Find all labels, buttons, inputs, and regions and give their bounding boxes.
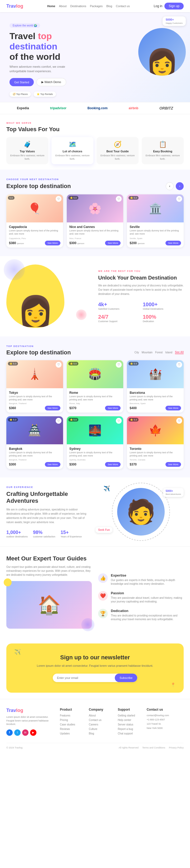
footer-product-reviews[interactable]: Reviews bbox=[60, 727, 85, 731]
dest-rating-sydney: ⭐ 5.0 bbox=[68, 418, 78, 422]
footer-product-features[interactable]: Features bbox=[60, 714, 85, 717]
guides-content: Meet Our Expert Tour Guides Our expert t… bbox=[6, 555, 184, 628]
dest-see-toronto[interactable]: See More bbox=[165, 462, 181, 467]
social-instagram[interactable]: in bbox=[22, 730, 29, 736]
newsletter-input[interactable] bbox=[53, 674, 115, 682]
dest-see-tokyo[interactable]: See More bbox=[45, 406, 61, 410]
dest-desc-toronto: Lorem ipsum is simply dummy text of the … bbox=[129, 451, 181, 457]
dest-nav-prev[interactable]: ‹ bbox=[166, 182, 174, 190]
footer-support-getting[interactable]: Getting started bbox=[118, 714, 143, 717]
dest-see-barcelona[interactable]: See More bbox=[165, 406, 181, 410]
expertise-text: Expertise Our guides are experts in thei… bbox=[111, 574, 184, 586]
footer-contact-email[interactable]: contact@travlog.com bbox=[147, 714, 184, 717]
unlock-right: WE ARE THE BEST FOR YOU Unlock Your Drea… bbox=[98, 270, 184, 323]
newsletter-wrapper: ✈️ 📍 Sign up to our newsletter Lorem ips… bbox=[0, 637, 190, 699]
dest-price-tokyo: $360 bbox=[9, 406, 16, 410]
dest-heart-tokyo[interactable]: ♡ bbox=[56, 362, 62, 368]
dest-see-sydney[interactable]: See More bbox=[105, 462, 121, 467]
newsletter-deco-right: 📍 bbox=[170, 682, 176, 687]
dest-city-cap: Cappadocia bbox=[9, 225, 61, 229]
unlock-section: 👩 WE ARE THE BEST FOR YOU Unlock Your Dr… bbox=[0, 256, 190, 336]
dest-desc-cap: Lorem ipsum simply dummy text of the pri… bbox=[9, 229, 61, 236]
footer-privacy[interactable]: Privacy Policy bbox=[169, 746, 184, 749]
partner-airbnb: airbnb bbox=[128, 106, 138, 110]
nav-about[interactable]: About bbox=[59, 4, 67, 8]
footer-terms[interactable]: Terms and Conditions bbox=[142, 746, 165, 749]
footer-product-col: Product Features Pricing Case studies Re… bbox=[60, 708, 85, 737]
filter-mountain[interactable]: Mountain bbox=[142, 350, 153, 354]
footer-product-pricing[interactable]: Pricing bbox=[60, 719, 85, 721]
footer-company-culture[interactable]: Culture bbox=[89, 727, 114, 731]
footer-company-careers[interactable]: Careers bbox=[89, 723, 114, 726]
dest-city-toronto: Toronto bbox=[129, 447, 181, 451]
nav-destinations[interactable]: Destinations bbox=[70, 4, 86, 8]
dest-see-cap[interactable]: See More bbox=[45, 241, 61, 245]
dest-heart-sydney[interactable]: ♡ bbox=[116, 418, 122, 424]
dest-price-sydney: $300 bbox=[69, 463, 77, 466]
partner-orbitz: ORBITZ bbox=[159, 106, 173, 110]
footer-product-updates[interactable]: Updates bbox=[60, 732, 85, 735]
footer-support-server[interactable]: Server status bbox=[118, 723, 143, 726]
value-card-1: 🗺️ Lot of choices Embrace life's vastnes… bbox=[51, 137, 93, 164]
nav-contact[interactable]: Contact us bbox=[116, 4, 130, 8]
crafting-label: Our Experience bbox=[6, 486, 92, 489]
dest-see-seville[interactable]: See More bbox=[165, 241, 181, 245]
dest-city-seville: Seville bbox=[129, 225, 181, 229]
dest-see-rome[interactable]: See More bbox=[105, 406, 121, 410]
nav-home[interactable]: Home bbox=[47, 4, 55, 8]
dest-card-bangkok: 🏯 ⭐ 5.0 ♡ Bangkok Lorem ipsum is simply … bbox=[6, 416, 63, 469]
dest-info-barcelona: Barcelona Lorem ipsum is simply dummy te… bbox=[127, 388, 184, 412]
dest-desc-rome: Lorem ipsum is simply dummy text of the … bbox=[69, 395, 121, 401]
dedication-title: Dedication bbox=[111, 609, 184, 613]
dest-info-sydney: Sydney Lorem ipsum is simply dummy text … bbox=[67, 444, 123, 469]
filter-city[interactable]: City bbox=[135, 350, 139, 354]
hero-top: top bbox=[38, 31, 52, 41]
footer-company-contact[interactable]: Contact us bbox=[89, 719, 114, 721]
nav-packages[interactable]: Packages bbox=[90, 4, 103, 8]
nav-blog[interactable]: Blog bbox=[106, 4, 112, 8]
dest-heart-bangkok[interactable]: ♡ bbox=[56, 418, 62, 424]
dest-heart-rome[interactable]: ♡ bbox=[116, 362, 122, 368]
hero-image-area: 5000+Happy Customers 👩 bbox=[138, 17, 186, 75]
explore2-filters: City Mountain Forest Island See All bbox=[135, 350, 184, 354]
dest-heart-cap[interactable]: ♡ bbox=[56, 196, 62, 202]
dest-heart-toronto[interactable]: ♡ bbox=[176, 418, 182, 424]
dest-heart-nice[interactable]: ♡ bbox=[116, 196, 122, 202]
footer-support-report[interactable]: Report a bug bbox=[118, 727, 143, 731]
hero-line3: of the world bbox=[9, 52, 61, 62]
dest-see-nice[interactable]: See More bbox=[105, 241, 121, 245]
crafting-badge-bottom: Seek Fun bbox=[96, 527, 112, 533]
dest-heart-barcelona[interactable]: ♡ bbox=[176, 362, 182, 368]
dest-heart-seville[interactable]: ♡ bbox=[176, 196, 182, 202]
watch-demo-button[interactable]: ▶ Watch Demo bbox=[36, 78, 66, 86]
hero-line1: Travel bbox=[9, 31, 38, 41]
logo-text: Trav bbox=[6, 3, 16, 9]
footer-contact-col: Contact us contact@travlog.com +1-800-12… bbox=[147, 708, 184, 737]
login-button[interactable]: Log in bbox=[154, 4, 162, 8]
footer-contact-phone: +1-800-123-4567 bbox=[147, 718, 184, 721]
footer-support-chat[interactable]: Chat support bbox=[118, 732, 143, 735]
dest-city-nice: Nice and Cannes bbox=[69, 225, 121, 229]
dest-desc-sydney: Lorem ipsum is simply dummy text of the … bbox=[69, 451, 121, 457]
footer-support-title: Support bbox=[118, 708, 143, 711]
footer-company-about[interactable]: About bbox=[89, 714, 114, 717]
dest-city-rome: Rome bbox=[69, 391, 121, 395]
newsletter-subscribe-button[interactable]: Subscribe bbox=[115, 674, 137, 682]
social-youtube[interactable]: ▶ bbox=[30, 730, 36, 736]
footer-company-blog[interactable]: Blog bbox=[89, 732, 114, 735]
filter-forest[interactable]: Forest bbox=[155, 350, 162, 354]
get-started-button[interactable]: Get Started bbox=[9, 78, 34, 86]
crafting-left: Our Experience Crafting Unforgettable Ad… bbox=[6, 486, 92, 538]
footer-product-case[interactable]: Case studies bbox=[60, 723, 85, 726]
social-twitter[interactable]: t bbox=[14, 730, 21, 736]
footer: Travlog Lorem ipsum dolor sit amet conse… bbox=[0, 699, 190, 753]
dest-nav-next[interactable]: › bbox=[176, 182, 184, 190]
dest-see-bangkok[interactable]: See More bbox=[45, 462, 61, 467]
signup-button[interactable]: Sign up bbox=[164, 3, 184, 9]
dest-location-cap: Cappadocia, Peru bbox=[9, 237, 61, 240]
footer-support-help[interactable]: Help center bbox=[118, 719, 143, 721]
social-facebook[interactable]: f bbox=[6, 730, 13, 736]
filter-island[interactable]: Island bbox=[165, 350, 172, 354]
hero-destination: destination bbox=[9, 41, 57, 51]
filter-see-all[interactable]: See All bbox=[175, 351, 184, 354]
